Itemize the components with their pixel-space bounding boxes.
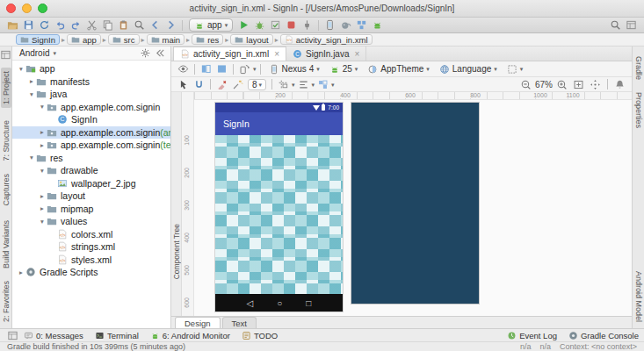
tree-closed-arrow-icon[interactable]: ▸ xyxy=(38,204,47,212)
tab-signin-java[interactable]: C SignIn.java × xyxy=(286,47,366,61)
sync-icon[interactable] xyxy=(37,18,52,32)
pack-icon[interactable] xyxy=(315,78,330,91)
component-tree-label[interactable]: Component Tree xyxy=(172,224,181,279)
toolwindow-gradle-console[interactable]: Gradle Console xyxy=(568,331,639,340)
debug-icon[interactable] xyxy=(252,18,267,32)
tree-closed-arrow-icon[interactable]: ▸ xyxy=(38,128,47,136)
guidelines-icon[interactable] xyxy=(276,78,291,91)
zoom-out-icon[interactable] xyxy=(518,78,533,91)
tool-strip-gradle[interactable]: Gradle xyxy=(634,56,643,80)
device-preview[interactable]: 7:00 SignIn ◁ ○ □ xyxy=(215,103,343,312)
align-icon[interactable] xyxy=(296,78,311,91)
infer-constraints-icon[interactable] xyxy=(230,78,245,91)
tree-closed-arrow-icon[interactable]: ▸ xyxy=(38,192,47,200)
tool-strip-captures[interactable]: Captures xyxy=(2,174,11,206)
toolwindow-event-log[interactable]: Event Log xyxy=(507,331,557,340)
tree-item-app[interactable]: ▾app xyxy=(12,62,170,75)
breadcrumb-layout[interactable]: layout xyxy=(230,34,272,45)
toolwindow-todo[interactable]: TODO xyxy=(242,331,278,340)
tab-activity-sign-in-xml[interactable]: </> activity_sign_in.xml × xyxy=(173,47,286,61)
breadcrumb-res[interactable]: res xyxy=(192,34,223,45)
breadcrumb-app[interactable]: app xyxy=(67,34,101,45)
tree-item-values[interactable]: ▾values xyxy=(12,215,170,228)
open-icon[interactable] xyxy=(5,18,20,32)
project-view-selector[interactable]: Android ▾ xyxy=(19,48,56,58)
tree-closed-arrow-icon[interactable]: ▸ xyxy=(27,77,36,85)
tree-closed-arrow-icon[interactable]: ▸ xyxy=(17,269,25,276)
tree-item-colors-xml[interactable]: </>colors.xml xyxy=(12,228,170,241)
autoconnect-icon[interactable] xyxy=(192,78,206,91)
tree-item-app-example-com-signin-androidte[interactable]: ▸app.example.com.signin (androidTe xyxy=(12,126,170,140)
language-selector[interactable]: Language ▾ xyxy=(435,62,502,75)
render-options-icon[interactable] xyxy=(176,62,191,75)
back-icon[interactable] xyxy=(148,18,163,32)
zoom-fit-icon[interactable] xyxy=(571,78,586,91)
tree-item-app-example-com-signin-test[interactable]: ▸app.example.com.signin (test) xyxy=(12,139,170,152)
forward-icon[interactable] xyxy=(163,18,178,32)
run-icon[interactable] xyxy=(236,18,251,32)
design-blueprint-mode-icon[interactable] xyxy=(199,62,213,75)
minimize-window-button[interactable] xyxy=(22,4,32,13)
breadcrumb-signin[interactable]: SignIn xyxy=(16,34,60,45)
preview-wallpaper-image[interactable] xyxy=(215,135,343,294)
tab-text[interactable]: Text xyxy=(222,317,257,328)
tree-item-app-example-com-signin[interactable]: ▾app.example.com.signin xyxy=(12,101,170,114)
undo-icon[interactable] xyxy=(53,18,68,32)
copy-icon[interactable] xyxy=(100,18,115,32)
tree-open-arrow-icon[interactable]: ▾ xyxy=(38,103,47,111)
hide-panel-icon[interactable] xyxy=(153,47,168,60)
paste-icon[interactable] xyxy=(116,18,131,32)
tab-design[interactable]: Design xyxy=(175,317,221,328)
close-tab-icon[interactable]: × xyxy=(354,49,359,59)
component-tree-strip[interactable]: Component Tree xyxy=(171,92,182,316)
tree-item-mipmap[interactable]: ▸mipmap xyxy=(12,203,170,216)
tool-strip-android-model[interactable]: Android Model xyxy=(634,271,643,322)
tool-strip-properties[interactable]: Properties xyxy=(634,92,643,128)
tree-open-arrow-icon[interactable]: ▾ xyxy=(38,167,47,175)
api-level-selector[interactable]: 25 ▾ xyxy=(325,62,363,75)
avd-manager-icon[interactable] xyxy=(322,18,337,32)
fullscreen-window-button[interactable] xyxy=(38,4,47,13)
blueprint-screen[interactable] xyxy=(351,103,479,304)
select-tool-icon[interactable] xyxy=(176,78,191,91)
clear-constraints-icon[interactable] xyxy=(214,78,229,91)
close-window-button[interactable] xyxy=(6,4,16,13)
save-all-icon[interactable] xyxy=(21,18,36,32)
theme-selector[interactable]: AppTheme ▾ xyxy=(363,62,433,75)
cut-icon[interactable] xyxy=(84,18,99,32)
tree-open-arrow-icon[interactable]: ▾ xyxy=(27,154,36,161)
search-icon[interactable] xyxy=(608,18,623,32)
stop-icon[interactable] xyxy=(284,18,299,32)
pan-icon[interactable] xyxy=(588,78,603,91)
coverage-icon[interactable] xyxy=(268,18,283,32)
window-icon[interactable] xyxy=(624,18,639,32)
breadcrumb-main[interactable]: main xyxy=(147,34,185,45)
tree-item-gradle-scripts[interactable]: ▸Gradle Scripts xyxy=(12,266,170,279)
tool-strip-2-favorites[interactable]: 2: Favorites xyxy=(2,281,11,322)
toolwindow-terminal[interactable]: Terminal xyxy=(95,331,139,340)
tree-item-styles-xml[interactable]: </>styles.xml xyxy=(12,254,170,267)
fragment-selector[interactable]: ▾ xyxy=(503,62,528,75)
tool-window-switcher-icon[interactable] xyxy=(5,329,20,342)
sdk-manager-icon[interactable] xyxy=(370,18,385,32)
gradle-sync-icon[interactable] xyxy=(338,18,353,32)
tree-item-manifests[interactable]: ▸manifests xyxy=(12,75,170,89)
tree-item-res[interactable]: ▾res xyxy=(12,152,170,165)
device-selector[interactable]: Nexus 4 ▾ xyxy=(264,62,324,75)
design-canvas[interactable]: Component Tree 100200300400500600 200400… xyxy=(171,92,632,316)
tool-strip-build-variants[interactable]: Build Variants xyxy=(2,220,11,269)
tree-item-strings-xml[interactable]: </>strings.xml xyxy=(12,240,170,254)
redo-icon[interactable] xyxy=(69,18,83,32)
project-structure-icon[interactable] xyxy=(354,18,369,32)
tree-item-wallpaper-2-jpg[interactable]: wallpaper_2.jpg xyxy=(12,177,170,190)
tree-open-arrow-icon[interactable]: ▾ xyxy=(17,65,25,73)
tree-item-layout[interactable]: ▸layout xyxy=(12,190,170,203)
tool-strip-7-structure[interactable]: 7: Structure xyxy=(2,120,11,161)
tree-open-arrow-icon[interactable]: ▾ xyxy=(27,90,36,98)
zoom-level[interactable]: 67% xyxy=(535,80,553,90)
run-configuration-selector[interactable]: app ▾ xyxy=(189,18,233,32)
notifications-bell-icon[interactable] xyxy=(612,78,627,91)
breadcrumb-activity-sign-in-xml[interactable]: </>activity_sign_in.xml xyxy=(280,34,373,45)
zoom-in-icon[interactable] xyxy=(554,78,569,91)
toolwindow-0-messages[interactable]: 0: Messages xyxy=(24,331,83,340)
